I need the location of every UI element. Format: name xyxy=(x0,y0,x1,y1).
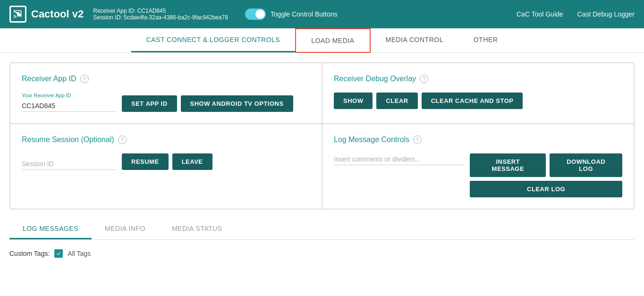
receiver-app-id-header: Receiver App ID: CC1AD845 xyxy=(93,8,228,14)
tab-media-status[interactable]: MEDIA STATUS xyxy=(159,219,236,239)
all-tags-checkbox[interactable] xyxy=(54,249,63,258)
custom-tags-row: Custom Tags: All Tags xyxy=(9,240,635,267)
main-content: Receiver App ID ? Your Receiver App ID S… xyxy=(0,53,644,210)
log-message-controls-title: Log Message Controls ? xyxy=(334,135,622,144)
logo: Cactool v2 xyxy=(9,6,84,23)
clear-overlay-button[interactable]: CLEAR xyxy=(376,93,417,109)
receiver-app-id-input-section: Your Receiver App ID SET APP ID SHOW AND… xyxy=(22,93,310,112)
set-app-id-button[interactable]: SET APP ID xyxy=(122,95,177,112)
app-header: Cactool v2 Receiver App ID: CC1AD845 Ses… xyxy=(0,0,644,28)
resume-session-title: Resume Session (Optional) ? xyxy=(22,135,310,144)
show-overlay-button[interactable]: SHOW xyxy=(334,93,373,109)
log-message-controls-card: Log Message Controls ? INSERT MESSAGE DO… xyxy=(322,124,634,209)
receiver-app-id-input[interactable] xyxy=(22,100,116,112)
log-section: INSERT MESSAGE DOWNLOAD LOG CLEAR LOG xyxy=(334,153,622,197)
logo-icon xyxy=(9,6,26,23)
tab-load-media[interactable]: LOAD MEDIA xyxy=(295,28,370,53)
check-icon xyxy=(56,251,61,256)
clear-cache-stop-button[interactable]: CLEAR CACHE AND STOP xyxy=(422,93,523,109)
toggle-section: Toggle Control Buttons xyxy=(245,8,338,20)
tab-media-info[interactable]: MEDIA INFO xyxy=(92,219,159,239)
log-buttons: INSERT MESSAGE DOWNLOAD LOG CLEAR LOG xyxy=(470,153,622,197)
resume-session-input-section: RESUME LEAVE xyxy=(22,153,310,170)
custom-tags-label: Custom Tags: xyxy=(9,250,50,257)
header-info: Receiver App ID: CC1AD845 Session ID: 5c… xyxy=(93,8,228,21)
bottom-tabs: LOG MESSAGES MEDIA INFO MEDIA STATUS xyxy=(9,219,635,240)
resume-button[interactable]: RESUME xyxy=(122,153,169,170)
session-id-header: Session ID: 5cdae4fa-32aa-4386-ba2c-9fac… xyxy=(93,14,228,21)
toggle-control-buttons[interactable] xyxy=(245,8,266,20)
all-tags-label: All Tags xyxy=(68,250,91,257)
log-top-buttons-row: INSERT MESSAGE DOWNLOAD LOG xyxy=(470,153,622,177)
receiver-app-id-input-label: Your Receiver App ID xyxy=(22,93,116,98)
toggle-label: Toggle Control Buttons xyxy=(271,10,338,18)
bottom-section: LOG MESSAGES MEDIA INFO MEDIA STATUS Cus… xyxy=(0,210,644,267)
logo-text: Cactool v2 xyxy=(31,8,84,20)
cac-tool-guide-link[interactable]: CaC Tool Guide xyxy=(517,10,563,18)
receiver-app-id-card: Receiver App ID ? Your Receiver App ID S… xyxy=(10,63,322,124)
receiver-app-id-title: Receiver App ID ? xyxy=(22,75,310,83)
leave-button[interactable]: LEAVE xyxy=(172,153,212,170)
receiver-debug-overlay-help-icon[interactable]: ? xyxy=(420,75,428,83)
log-message-controls-help-icon[interactable]: ? xyxy=(413,135,422,144)
insert-message-button[interactable]: INSERT MESSAGE xyxy=(470,153,546,177)
receiver-app-id-buttons: SET APP ID SHOW ANDROID TV OPTIONS xyxy=(122,95,293,112)
receiver-debug-overlay-card: Receiver Debug Overlay ? SHOW CLEAR CLEA… xyxy=(322,63,634,124)
resume-session-help-icon[interactable]: ? xyxy=(118,135,127,144)
receiver-app-id-help-icon[interactable]: ? xyxy=(80,75,89,83)
tab-log-messages[interactable]: LOG MESSAGES xyxy=(9,219,92,239)
resume-session-card: Resume Session (Optional) ? RESUME LEAVE xyxy=(10,124,322,209)
debug-overlay-buttons: SHOW CLEAR CLEAR CACHE AND STOP xyxy=(334,93,622,109)
cast-icon xyxy=(13,9,23,19)
download-log-button[interactable]: DOWNLOAD LOG xyxy=(550,153,622,177)
session-id-input[interactable] xyxy=(22,158,116,170)
main-nav: CAST CONNECT & LOGGER CONTROLS LOAD MEDI… xyxy=(0,28,644,53)
receiver-debug-overlay-title: Receiver Debug Overlay ? xyxy=(334,75,622,83)
clear-log-button[interactable]: CLEAR LOG xyxy=(470,181,622,197)
resume-session-buttons: RESUME LEAVE xyxy=(122,153,212,170)
receiver-app-id-input-group: Your Receiver App ID xyxy=(22,93,116,112)
cast-debug-logger-link[interactable]: Cast Debug Logger xyxy=(577,10,635,18)
tab-media-control[interactable]: MEDIA CONTROL xyxy=(371,28,458,52)
cards-grid: Receiver App ID ? Your Receiver App ID S… xyxy=(9,62,635,210)
log-comment-input[interactable] xyxy=(334,153,464,165)
header-links: CaC Tool Guide Cast Debug Logger xyxy=(517,10,635,18)
tab-cast-connect[interactable]: CAST CONNECT & LOGGER CONTROLS xyxy=(131,28,296,52)
tab-other[interactable]: OTHER xyxy=(458,28,513,52)
show-android-tv-button[interactable]: SHOW ANDROID TV OPTIONS xyxy=(181,95,293,112)
